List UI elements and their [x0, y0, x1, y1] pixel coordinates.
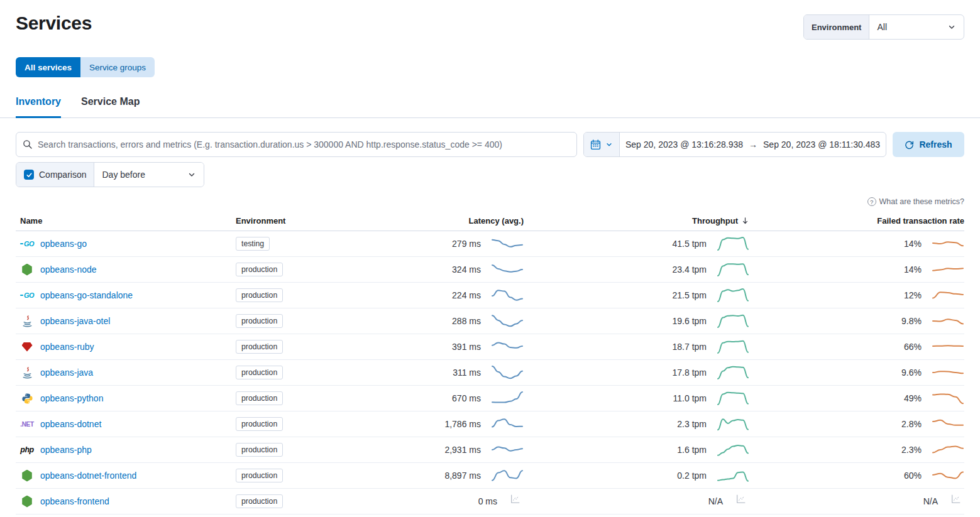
date-range-end[interactable]: Sep 20, 2023 @ 18:11:30.483: [763, 139, 880, 150]
environment-cell: production: [236, 288, 377, 302]
latency-cell: 224 ms: [377, 287, 524, 303]
latency-sparkline: [491, 236, 524, 252]
service-link[interactable]: opbeans-node: [40, 264, 97, 275]
environment-badge: production: [236, 469, 283, 482]
latency-cell: 8,897 ms: [377, 467, 524, 484]
tab-inventory[interactable]: Inventory: [16, 96, 61, 118]
comparison-select[interactable]: Day before: [94, 163, 204, 187]
throughput-value: 1.6 tpm: [677, 445, 707, 455]
throughput-sparkline: [717, 287, 749, 303]
throughput-sparkline: [717, 236, 749, 252]
date-range-start[interactable]: Sep 20, 2023 @ 13:16:28.938: [625, 139, 743, 150]
environment-badge: production: [236, 366, 283, 379]
column-header-latency[interactable]: Latency (avg.): [377, 216, 524, 226]
environment-cell: production: [236, 443, 377, 457]
environment-select-value: All: [877, 22, 887, 32]
column-header-failed-rate[interactable]: Failed transaction rate: [749, 216, 964, 226]
environment-cell: production: [236, 391, 377, 405]
column-header-throughput[interactable]: Throughput: [524, 216, 749, 226]
search-input[interactable]: [38, 139, 570, 150]
failed-transaction-rate-value: 2.8%: [901, 419, 922, 429]
service-groups-button[interactable]: Service groups: [80, 57, 155, 77]
throughput-sparkline: [717, 467, 749, 484]
python-agent-icon: [20, 393, 34, 405]
chevron-down-icon: [947, 23, 956, 31]
comparison-prepend: Comparison: [16, 163, 94, 187]
date-quick-select-button[interactable]: [584, 133, 620, 156]
environment-cell: production: [236, 340, 377, 354]
throughput-sparkline: [717, 313, 749, 329]
throughput-value: N/A: [708, 496, 723, 506]
environment-badge: production: [236, 417, 283, 431]
service-link[interactable]: opbeans-java: [40, 367, 93, 378]
latency-sparkline: [491, 416, 524, 432]
failed-transaction-rate-cell: 66%: [749, 339, 964, 355]
comparison-checkbox[interactable]: [24, 170, 34, 180]
table-row: opbeans-frontendproduction0 msN/AN/A: [16, 489, 964, 514]
chevron-down-icon: [605, 141, 613, 148]
service-link[interactable]: opbeans-dotnet: [40, 419, 101, 429]
page-title: Services: [16, 13, 92, 34]
refresh-icon: [905, 140, 914, 150]
service-name-cell: opbeans-node: [16, 264, 236, 276]
throughput-cell: N/A: [524, 493, 749, 509]
environment-cell: testing: [236, 237, 377, 251]
throughput-sparkline: [717, 261, 749, 278]
environment-select[interactable]: All: [869, 15, 964, 39]
table-row: .NETopbeans-dotnetproduction1,786 ms2.3 …: [16, 411, 964, 437]
throughput-value: 41.5 tpm: [673, 239, 707, 249]
latency-value: 2,931 ms: [444, 445, 481, 455]
metrics-help-link[interactable]: ? What are these metrics?: [867, 197, 964, 206]
table-row: GOopbeans-go-standaloneproduction224 ms2…: [16, 283, 964, 308]
latency-value: 8,897 ms: [444, 471, 481, 481]
tab-service-map[interactable]: Service Map: [81, 96, 140, 118]
failed-transaction-rate-value: 49%: [904, 393, 922, 403]
throughput-value: 17.8 tpm: [673, 367, 707, 378]
throughput-value: 23.4 tpm: [673, 264, 707, 275]
service-link[interactable]: opbeans-java-otel: [40, 316, 110, 326]
php-agent-icon: php: [20, 445, 34, 454]
service-link[interactable]: opbeans-frontend: [40, 496, 109, 506]
latency-sparkline: [491, 339, 524, 355]
failed-transaction-rate-cell: 2.8%: [749, 416, 964, 432]
throughput-sparkline: [717, 364, 749, 381]
failed-transaction-rate-sparkline: [932, 416, 964, 432]
refresh-button[interactable]: Refresh: [893, 132, 964, 157]
service-link[interactable]: opbeans-python: [40, 393, 103, 403]
latency-sparkline: [491, 287, 524, 303]
failed-transaction-rate-value: 14%: [904, 264, 922, 275]
table-body: GOopbeans-gotesting279 ms41.5 tpm14%opbe…: [16, 231, 964, 514]
comparison-control: Comparison Day before: [16, 162, 204, 187]
latency-cell: 311 ms: [377, 364, 524, 381]
service-link[interactable]: opbeans-go: [40, 239, 87, 249]
table-row: opbeans-nodeproduction324 ms23.4 tpm14%: [16, 257, 964, 283]
service-link[interactable]: opbeans-dotnet-frontend: [40, 471, 136, 481]
comparison-label: Comparison: [39, 170, 86, 180]
all-services-button[interactable]: All services: [16, 57, 80, 77]
java-agent-icon: [20, 367, 34, 379]
failed-transaction-rate-cell: 14%: [749, 261, 964, 278]
table-row: opbeans-dotnet-frontendproduction8,897 m…: [16, 463, 964, 489]
service-name-cell: GOopbeans-go: [16, 239, 236, 249]
environment-badge: production: [236, 288, 283, 302]
failed-transaction-rate-cell: 9.8%: [749, 313, 964, 329]
search-icon: [23, 139, 33, 150]
empty-chart-icon: [733, 493, 749, 509]
dotnet-agent-icon: .NET: [20, 421, 34, 428]
calendar-icon: [590, 139, 601, 150]
throughput-cell: 41.5 tpm: [524, 236, 749, 252]
latency-sparkline: [491, 390, 524, 406]
service-link[interactable]: opbeans-go-standalone: [40, 290, 133, 300]
service-link[interactable]: opbeans-php: [40, 445, 92, 455]
service-name-cell: .NETopbeans-dotnet: [16, 419, 236, 429]
throughput-cell: 2.3 tpm: [524, 416, 749, 432]
latency-sparkline: [491, 442, 524, 458]
table-row: phpopbeans-phpproduction2,931 ms1.6 tpm2…: [16, 437, 964, 463]
throughput-cell: 17.8 tpm: [524, 364, 749, 381]
throughput-sparkline: [717, 390, 749, 406]
nodejs-agent-icon: [20, 496, 34, 508]
ruby-agent-icon: [20, 342, 34, 352]
latency-cell: 288 ms: [377, 313, 524, 329]
comparison-select-value: Day before: [102, 170, 145, 180]
service-link[interactable]: opbeans-ruby: [40, 342, 94, 352]
